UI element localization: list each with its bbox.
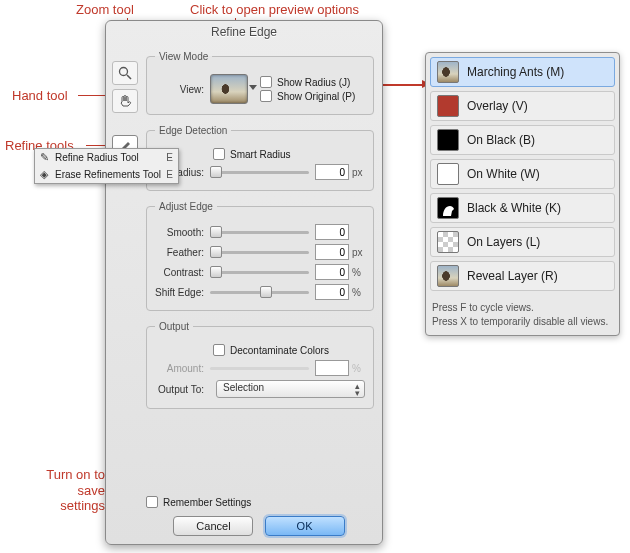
- preview-option-label: On White (W): [467, 167, 540, 181]
- smooth-input[interactable]: [315, 224, 349, 240]
- smart-radius-label: Smart Radius: [230, 149, 291, 160]
- amount-slider: [210, 362, 309, 374]
- smooth-slider[interactable]: [210, 226, 309, 238]
- amount-unit: %: [349, 363, 365, 374]
- decontaminate-label: Decontaminate Colors: [230, 345, 329, 356]
- radius-slider[interactable]: [210, 166, 309, 178]
- anno-zoom: Zoom tool: [76, 2, 134, 17]
- preview-thumb: [437, 197, 459, 219]
- output-legend: Output: [155, 321, 193, 332]
- refine-radius-tool-item[interactable]: ✎ Refine Radius Tool E: [35, 149, 178, 166]
- svg-line-1: [127, 75, 131, 79]
- contrast-label: Contrast:: [155, 267, 210, 278]
- refine-tools-popup: ✎ Refine Radius Tool E ◈ Erase Refinemen…: [34, 148, 179, 184]
- shift-unit: %: [349, 287, 365, 298]
- zoom-tool-button[interactable]: [112, 61, 138, 85]
- preview-option[interactable]: Reveal Layer (R): [430, 261, 615, 291]
- hand-tool-button[interactable]: [112, 89, 138, 113]
- preview-option[interactable]: Marching Ants (M): [430, 57, 615, 87]
- contrast-unit: %: [349, 267, 365, 278]
- brush-icon: ✎: [40, 151, 55, 164]
- shift-slider[interactable]: [210, 286, 309, 298]
- feather-input[interactable]: [315, 244, 349, 260]
- dialog-title: Refine Edge: [106, 21, 382, 43]
- adjust-edge-legend: Adjust Edge: [155, 201, 217, 212]
- feather-label: Feather:: [155, 247, 210, 258]
- erase-refinements-tool-item[interactable]: ◈ Erase Refinements Tool E: [35, 166, 178, 183]
- preview-foot1: Press F to cycle views.: [432, 301, 613, 315]
- smooth-label: Smooth:: [155, 227, 210, 238]
- view-swatch[interactable]: [210, 74, 248, 104]
- radius-unit: px: [349, 167, 365, 178]
- preview-option[interactable]: Black & White (K): [430, 193, 615, 223]
- preview-option[interactable]: On White (W): [430, 159, 615, 189]
- hand-icon: [117, 93, 133, 109]
- feather-slider[interactable]: [210, 246, 309, 258]
- preview-option[interactable]: Overlay (V): [430, 91, 615, 121]
- show-radius-label: Show Radius (J): [277, 77, 350, 88]
- adjust-edge-group: Adjust Edge Smooth: Feather: px Contrast…: [146, 201, 374, 311]
- shift-input[interactable]: [315, 284, 349, 300]
- preview-thumb: [437, 265, 459, 287]
- show-radius-checkbox[interactable]: [260, 76, 272, 88]
- cancel-button[interactable]: Cancel: [173, 516, 253, 536]
- preview-thumb: [437, 231, 459, 253]
- contrast-slider[interactable]: [210, 266, 309, 278]
- view-mode-group: View Mode View: Show Radius (J) Show Ori…: [146, 51, 374, 115]
- radius-input[interactable]: [315, 164, 349, 180]
- stepper-icon: ▴▾: [355, 383, 360, 397]
- preview-option-label: On Black (B): [467, 133, 535, 147]
- ok-button[interactable]: OK: [265, 516, 345, 536]
- view-mode-legend: View Mode: [155, 51, 212, 62]
- preview-thumb: [437, 61, 459, 83]
- view-label: View:: [155, 84, 210, 95]
- amount-label: Amount:: [155, 363, 210, 374]
- svg-point-0: [120, 68, 128, 76]
- anno-save: Turn on to save settings: [30, 467, 105, 514]
- preview-thumb: [437, 129, 459, 151]
- shortcut-key: E: [166, 169, 173, 180]
- amount-input: [315, 360, 349, 376]
- preview-option[interactable]: On Layers (L): [430, 227, 615, 257]
- magnifier-icon: [117, 65, 133, 81]
- erase-refinements-label: Erase Refinements Tool: [55, 169, 166, 180]
- shift-label: Shift Edge:: [155, 287, 210, 298]
- preview-option-label: Overlay (V): [467, 99, 528, 113]
- edge-detection-group: Edge Detection Smart Radius Radius: px: [146, 125, 374, 191]
- decontaminate-checkbox[interactable]: [213, 344, 225, 356]
- anno-hand: Hand tool: [12, 88, 68, 103]
- preview-option-label: Reveal Layer (R): [467, 269, 558, 283]
- preview-thumb: [437, 95, 459, 117]
- edge-detection-legend: Edge Detection: [155, 125, 231, 136]
- eraser-icon: ◈: [40, 168, 55, 181]
- output-to-value: Selection: [223, 382, 264, 393]
- preview-thumb: [437, 163, 459, 185]
- chevron-down-icon: [249, 85, 257, 90]
- anno-preview: Click to open preview options: [190, 2, 359, 17]
- output-to-select[interactable]: Selection ▴▾: [216, 380, 365, 398]
- preview-option[interactable]: On Black (B): [430, 125, 615, 155]
- output-group: Output Decontaminate Colors Amount: % Ou…: [146, 321, 374, 409]
- show-original-label: Show Original (P): [277, 91, 355, 102]
- output-to-label: Output To:: [155, 384, 210, 395]
- remember-label: Remember Settings: [163, 497, 251, 508]
- preview-option-label: Marching Ants (M): [467, 65, 564, 79]
- feather-unit: px: [349, 247, 365, 258]
- refine-edge-dialog: Refine Edge ◢ View Mode View: Sho: [105, 20, 383, 545]
- refine-radius-label: Refine Radius Tool: [55, 152, 166, 163]
- shortcut-key: E: [166, 152, 173, 163]
- show-original-checkbox[interactable]: [260, 90, 272, 102]
- preview-option-label: Black & White (K): [467, 201, 561, 215]
- preview-options-panel: Marching Ants (M)Overlay (V)On Black (B)…: [425, 52, 620, 336]
- preview-foot2: Press X to temporarily disable all views…: [432, 315, 613, 329]
- smart-radius-checkbox[interactable]: [213, 148, 225, 160]
- preview-option-label: On Layers (L): [467, 235, 540, 249]
- contrast-input[interactable]: [315, 264, 349, 280]
- remember-checkbox[interactable]: [146, 496, 158, 508]
